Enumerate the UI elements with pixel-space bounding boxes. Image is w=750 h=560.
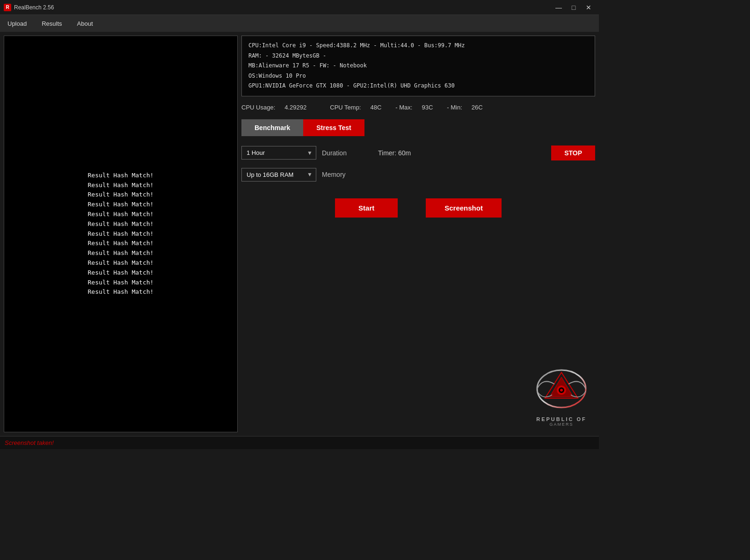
close-button[interactable]: ✕ (582, 3, 595, 12)
duration-group: 30 Minutes1 Hour2 Hours4 Hours8 Hours ▼ … (241, 146, 359, 160)
log-panel: Result Hash Match!Result Hash Match!Resu… (4, 36, 238, 432)
duration-label: Duration (322, 149, 359, 157)
log-line: Result Hash Match! (88, 278, 154, 288)
tab-buttons: Benchmark Stress Test (241, 119, 595, 136)
memory-dropdown-wrapper: Up to 4GB RAMUp to 8GB RAMUp to 16GB RAM… (241, 168, 316, 182)
log-content: Result Hash Match!Result Hash Match!Resu… (4, 36, 237, 432)
rog-logo: REPUBLIC OF GAMERS (533, 368, 590, 427)
benchmark-tab[interactable]: Benchmark (241, 119, 303, 136)
window-controls: — □ ✕ (552, 3, 595, 12)
sysinfo-box: CPU:Intel Core i9 - Speed:4388.2 MHz - M… (241, 36, 595, 96)
menu-about[interactable]: About (73, 18, 97, 29)
sysinfo-line5: GPU1:NVIDIA GeForce GTX 1080 - GPU2:Inte… (248, 81, 588, 91)
log-line: Result Hash Match! (88, 248, 154, 258)
sysinfo-line1: CPU:Intel Core i9 - Speed:4388.2 MHz - M… (248, 41, 588, 51)
log-line: Result Hash Match! (88, 181, 154, 190)
main-content: Result Hash Match!Result Hash Match!Resu… (0, 32, 599, 436)
log-line: Result Hash Match! (88, 210, 154, 219)
duration-dropdown[interactable]: 30 Minutes1 Hour2 Hours4 Hours8 Hours (241, 146, 316, 160)
stats-bar: CPU Usage: 4.29292 CPU Temp: 48C - Max: … (241, 101, 595, 114)
sysinfo-line4: OS:Windows 10 Pro (248, 71, 588, 81)
min-value: 26C (472, 104, 483, 111)
right-panel: CPU:Intel Core i9 - Speed:4388.2 MHz - M… (240, 32, 599, 436)
minimize-button[interactable]: — (552, 3, 565, 12)
stop-button[interactable]: STOP (551, 145, 595, 160)
menu-results[interactable]: Results (38, 18, 66, 29)
duration-dropdown-wrapper: 30 Minutes1 Hour2 Hours4 Hours8 Hours ▼ (241, 146, 316, 160)
memory-controls: Up to 4GB RAMUp to 8GB RAMUp to 16GB RAM… (241, 168, 595, 182)
cpu-usage-value: 4.29292 (284, 104, 306, 111)
app-title: RealBench 2.56 (14, 4, 552, 11)
titlebar: R RealBench 2.56 — □ ✕ (0, 0, 599, 15)
max-label: - Max: (395, 104, 412, 111)
log-line: Result Hash Match! (88, 229, 154, 239)
log-line: Result Hash Match! (88, 268, 154, 278)
cpu-usage-label: CPU Usage: (241, 104, 275, 111)
sysinfo-line2: RAM: - 32624 MBytesGB - (248, 51, 588, 61)
status-text: Screenshot taken! (5, 439, 54, 446)
duration-controls: 30 Minutes1 Hour2 Hours4 Hours8 Hours ▼ … (241, 145, 595, 160)
svg-point-5 (560, 389, 563, 392)
memory-group: Up to 4GB RAMUp to 8GB RAMUp to 16GB RAM… (241, 168, 359, 182)
log-line: Result Hash Match! (88, 200, 154, 210)
sysinfo-line3: MB:Alienware 17 R5 - FW: - Notebook (248, 61, 588, 71)
cpu-temp-label: CPU Temp: (330, 104, 361, 111)
log-line: Result Hash Match! (88, 190, 154, 200)
memory-dropdown[interactable]: Up to 4GB RAMUp to 8GB RAMUp to 16GB RAM… (241, 168, 316, 182)
rog-emblem-svg (533, 368, 590, 415)
rog-text-line1: REPUBLIC OF (536, 416, 587, 422)
log-line: Result Hash Match! (88, 219, 154, 229)
screenshot-button[interactable]: Screenshot (426, 198, 502, 218)
menubar: Upload Results About (0, 15, 599, 32)
app-icon: R (4, 4, 11, 11)
menu-upload[interactable]: Upload (4, 18, 30, 29)
max-value: 93C (422, 104, 433, 111)
timer-text: Timer: 60m (378, 149, 411, 157)
status-bar: Screenshot taken! (0, 436, 599, 449)
log-line: Result Hash Match! (88, 171, 154, 181)
memory-label: Memory (322, 171, 359, 178)
action-buttons: Start Screenshot (241, 198, 595, 218)
rog-text-line2: GAMERS (549, 422, 573, 427)
stress-test-tab[interactable]: Stress Test (303, 119, 364, 136)
cpu-temp-value: 48C (370, 104, 381, 111)
start-button[interactable]: Start (335, 198, 398, 218)
min-label: - Min: (447, 104, 462, 111)
log-line: Result Hash Match! (88, 287, 154, 297)
log-line: Result Hash Match! (88, 258, 154, 268)
maximize-button[interactable]: □ (567, 3, 580, 12)
log-line: Result Hash Match! (88, 239, 154, 248)
